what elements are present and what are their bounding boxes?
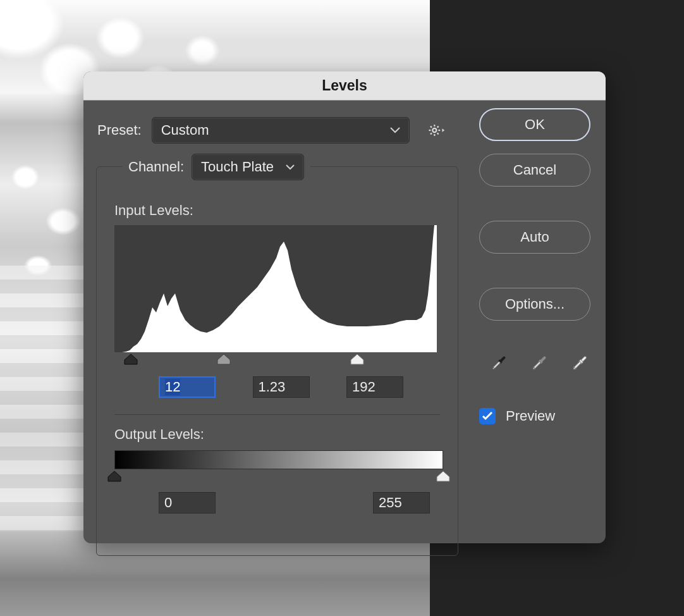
highlight-marker[interactable] [350,354,364,365]
svg-rect-11 [493,361,501,369]
channel-label: Channel: [128,159,184,175]
levels-dialog: Levels Preset: Custom [83,71,606,543]
output-levels-label: Output Levels: [114,426,440,443]
input-highlight-field[interactable]: 192 [346,376,403,398]
output-shadow-marker[interactable] [107,471,121,482]
svg-line-6 [437,133,438,134]
output-highlight-marker[interactable] [436,471,450,482]
svg-point-0 [432,128,436,132]
output-slider[interactable] [114,471,443,486]
preset-menu-button[interactable] [429,123,446,138]
eyedropper-group [488,352,590,376]
channel-value: Touch Plate [201,159,274,175]
input-levels-label: Input Levels: [114,202,440,219]
white-point-eyedropper-icon[interactable] [569,352,590,376]
shadow-marker[interactable] [124,354,138,365]
right-column: OK Cancel Auto Options... [479,108,590,424]
dialog-title: Levels [322,77,367,94]
levels-fieldset: Channel: Touch Plate Input Levels: [96,166,458,556]
gray-point-eyedropper-icon[interactable] [528,352,550,376]
preset-label: Preset: [97,122,142,139]
input-shadow-field[interactable]: 12 [159,376,216,398]
svg-line-5 [431,126,432,128]
chevron-down-icon [390,127,400,133]
preview-checkbox[interactable] [479,408,496,424]
cancel-button[interactable]: Cancel [479,154,590,187]
output-shadow-field[interactable]: 0 [159,492,216,514]
preview-label: Preview [506,408,555,424]
output-gradient [114,450,443,469]
input-levels-section: Input Levels: [114,202,440,514]
ok-button[interactable]: OK [479,108,590,141]
output-highlight-field[interactable]: 255 [373,492,430,514]
input-midtone-field[interactable]: 1.23 [253,376,310,398]
svg-rect-15 [534,361,541,369]
dialog-titlebar[interactable]: Levels [83,71,606,101]
divider [114,414,440,415]
black-point-eyedropper-icon[interactable] [488,352,510,376]
histogram [114,225,437,352]
preset-value: Custom [161,122,209,139]
chevron-down-icon [286,164,295,170]
preset-select[interactable]: Custom [152,117,410,144]
midtone-marker[interactable] [217,354,231,365]
channel-select[interactable]: Touch Plate [192,154,304,180]
options-button[interactable]: Options... [479,288,590,321]
svg-line-8 [431,133,432,134]
input-slider[interactable] [114,354,437,369]
svg-rect-19 [574,361,582,369]
svg-line-7 [437,126,438,128]
dialog-body: Preset: Custom [83,101,606,543]
auto-button[interactable]: Auto [479,221,590,254]
